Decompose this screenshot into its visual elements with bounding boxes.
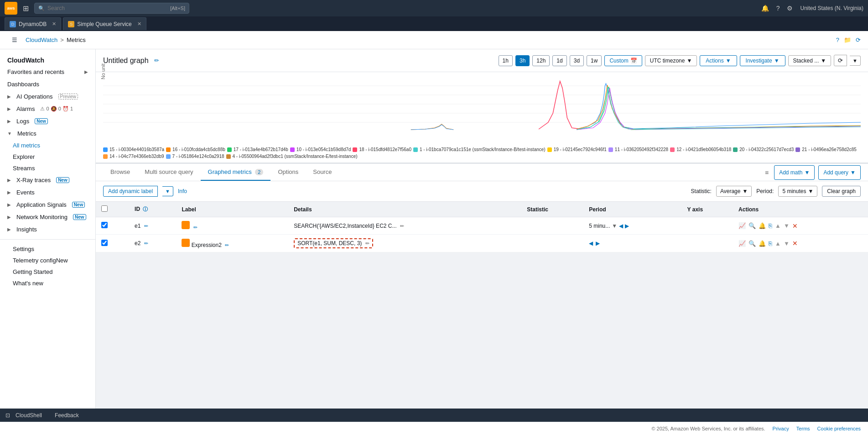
row2-checkbox-cell bbox=[96, 235, 129, 252]
row1-copy-icon[interactable]: ⎘ bbox=[769, 222, 772, 229]
row1-graph-icon[interactable]: 📈 bbox=[738, 222, 746, 229]
row1-period-prev-icon[interactable]: ◀ bbox=[619, 223, 623, 229]
row2-color-swatch[interactable] bbox=[182, 239, 190, 247]
breadcrumb-bookmark-icon[interactable]: 📁 bbox=[844, 37, 851, 43]
settings-icon[interactable]: ⚙ bbox=[787, 5, 793, 12]
time-1h-button[interactable]: 1h bbox=[499, 55, 513, 66]
help-icon[interactable]: ? bbox=[776, 5, 780, 12]
sidebar-item-events[interactable]: ▶ Events bbox=[0, 186, 95, 199]
sidebar-item-settings[interactable]: Settings bbox=[0, 243, 95, 255]
row1-period-expand-icon[interactable]: ▼ bbox=[612, 223, 617, 229]
row2-up-icon[interactable]: ▲ bbox=[775, 240, 781, 247]
sidebar-item-ai-operations[interactable]: ▶ AI Operations Preview bbox=[0, 90, 95, 103]
sidebar-item-getting-started[interactable]: Getting Started bbox=[0, 266, 95, 278]
row1-remove-icon[interactable]: ✕ bbox=[792, 222, 798, 230]
sidebar-item-favorites[interactable]: Favorites and recents ▶ bbox=[0, 66, 95, 78]
region-selector[interactable]: United States (N. Virginia) bbox=[800, 5, 863, 11]
refresh-dropdown-button[interactable]: ▼ bbox=[850, 56, 861, 66]
time-3d-button[interactable]: 3d bbox=[570, 55, 584, 66]
sidebar-item-telemetry-config[interactable]: Telemetry config New bbox=[0, 255, 95, 266]
sidebar-item-explorer[interactable]: Explorer bbox=[0, 151, 95, 162]
tab-graphed-metrics[interactable]: Graphed metrics 2 bbox=[201, 164, 271, 181]
row1-search-icon[interactable]: 🔍 bbox=[748, 222, 756, 229]
row2-search-icon[interactable]: 🔍 bbox=[748, 240, 756, 247]
stacked-button[interactable]: Stacked ... ▼ bbox=[788, 55, 832, 66]
timezone-button[interactable]: UTC timezone ▼ bbox=[645, 55, 697, 66]
footer-privacy-link[interactable]: Privacy bbox=[773, 426, 789, 431]
row2-id-edit-icon[interactable]: ✏ bbox=[144, 241, 148, 246]
row1-period-next-icon[interactable]: ▶ bbox=[625, 223, 629, 229]
add-query-button[interactable]: Add query ▼ bbox=[818, 165, 861, 180]
sidebar-item-application-signals[interactable]: ▶ Application Signals New bbox=[0, 199, 95, 211]
row1-id-edit-icon[interactable]: ✏ bbox=[144, 223, 148, 229]
tab-browse[interactable]: Browse bbox=[103, 164, 137, 181]
sidebar-item-whats-new[interactable]: What's new bbox=[0, 278, 95, 289]
dynamic-label-arrow-button[interactable]: ▼ bbox=[162, 186, 173, 196]
sidebar-item-insights[interactable]: ▶ Insights bbox=[0, 223, 95, 236]
row2-label-edit-icon[interactable]: ✏ bbox=[225, 242, 229, 248]
sidebar-item-metrics[interactable]: ▼ Metrics bbox=[0, 127, 95, 140]
apps-grid-icon[interactable]: ⊞ bbox=[23, 4, 29, 13]
service-tab-sqs[interactable]: S Simple Queue Service ✕ bbox=[63, 17, 146, 30]
dynamic-label-button[interactable]: Add dynamic label bbox=[103, 186, 158, 197]
row1-up-icon[interactable]: ▲ bbox=[775, 222, 781, 229]
sidebar-item-streams[interactable]: Streams bbox=[0, 162, 95, 174]
cloudshell-label[interactable]: CloudShell bbox=[16, 412, 42, 419]
period-select[interactable]: 5 minutes ▼ bbox=[778, 186, 817, 197]
sidebar-item-alarms[interactable]: ▶ Alarms ⚠ 0 🔕 0 ⏰ 1 bbox=[0, 103, 95, 115]
tab-source[interactable]: Source bbox=[306, 164, 339, 181]
close-dynamodb-icon[interactable]: ✕ bbox=[52, 21, 56, 27]
feedback-button[interactable]: Feedback bbox=[55, 412, 79, 419]
search-input[interactable] bbox=[47, 5, 167, 11]
sidebar-item-network-monitoring[interactable]: ▶ Network Monitoring New bbox=[0, 211, 95, 223]
sidebar-item-all-metrics[interactable]: All metrics bbox=[0, 140, 95, 151]
breadcrumb-help-icon[interactable]: ? bbox=[836, 37, 839, 43]
no-unit-label: No unit bbox=[100, 63, 106, 79]
row1-checkbox[interactable] bbox=[101, 222, 108, 228]
time-1w-button[interactable]: 1w bbox=[587, 55, 602, 66]
row2-copy-icon[interactable]: ⎘ bbox=[769, 240, 772, 247]
close-sqs-icon[interactable]: ✕ bbox=[137, 21, 141, 27]
tab-options[interactable]: Options bbox=[270, 164, 306, 181]
row2-graph-icon[interactable]: 📈 bbox=[738, 240, 746, 247]
footer-cookie-link[interactable]: Cookie preferences bbox=[817, 426, 861, 431]
row1-alarm-icon[interactable]: 🔔 bbox=[759, 222, 766, 229]
row2-checkbox[interactable] bbox=[101, 240, 108, 246]
collapse-icon[interactable]: ≡ bbox=[763, 165, 770, 180]
tab-multi-source-query[interactable]: Multi source query bbox=[137, 164, 200, 181]
actions-button[interactable]: Actions ▼ bbox=[700, 55, 737, 66]
service-tab-dynamodb[interactable]: D DynamoDB ✕ bbox=[5, 17, 61, 30]
sidebar-item-x-ray-traces[interactable]: ▶ X-Ray traces New bbox=[0, 174, 95, 186]
row2-period-next-icon[interactable]: ▶ bbox=[596, 240, 600, 246]
time-3h-button[interactable]: 3h bbox=[515, 55, 530, 66]
sidebar-item-dashboards[interactable]: Dashboards bbox=[0, 78, 95, 90]
row1-down-icon[interactable]: ▼ bbox=[784, 222, 790, 229]
select-all-checkbox[interactable] bbox=[101, 205, 108, 212]
row2-period-prev-icon[interactable]: ◀ bbox=[589, 240, 593, 246]
row2-expression-edit-icon[interactable]: ✏ bbox=[365, 241, 369, 246]
breadcrumb-refresh-icon[interactable]: ⟳ bbox=[856, 37, 861, 43]
row1-color-swatch[interactable] bbox=[182, 221, 190, 229]
sidebar-item-logs[interactable]: ▶ Logs New bbox=[0, 115, 95, 127]
refresh-button[interactable]: ⟳ bbox=[834, 55, 847, 66]
id-info-icon[interactable]: ⓘ bbox=[143, 206, 148, 212]
row2-remove-icon[interactable]: ✕ bbox=[792, 240, 798, 247]
time-1d-button[interactable]: 1d bbox=[552, 55, 567, 66]
row2-alarm-icon[interactable]: 🔔 bbox=[759, 240, 766, 247]
graph-title-edit-icon[interactable]: ✏ bbox=[154, 57, 159, 64]
row2-down-icon[interactable]: ▼ bbox=[784, 240, 790, 247]
statistic-select[interactable]: Average ▼ bbox=[716, 186, 752, 197]
footer-terms-link[interactable]: Terms bbox=[796, 426, 810, 431]
sidebar-toggle[interactable]: ☰ bbox=[7, 33, 22, 47]
time-custom-button[interactable]: Custom 📅 bbox=[604, 55, 642, 66]
info-button[interactable]: Info bbox=[178, 188, 187, 194]
add-math-button[interactable]: Add math ▼ bbox=[774, 165, 815, 180]
row1-details-edit-icon[interactable]: ✏ bbox=[400, 223, 404, 229]
breadcrumb-home-link[interactable]: CloudWatch bbox=[26, 37, 57, 43]
search-bar[interactable]: 🔍 [Alt+S] bbox=[34, 3, 189, 14]
time-12h-button[interactable]: 12h bbox=[532, 55, 550, 66]
row1-label-edit-icon[interactable]: ✏ bbox=[193, 225, 198, 230]
investigate-button[interactable]: Investigate ▼ bbox=[740, 55, 785, 66]
clear-graph-button[interactable]: Clear graph bbox=[822, 186, 861, 197]
notifications-icon[interactable]: 🔔 bbox=[761, 5, 769, 12]
